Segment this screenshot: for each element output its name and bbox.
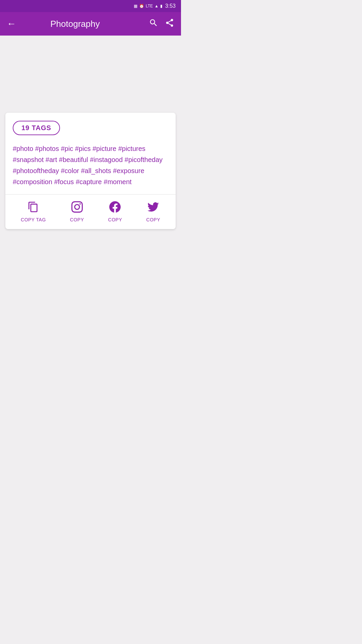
instagram-icon bbox=[71, 201, 83, 214]
page-title: Photography bbox=[7, 19, 143, 29]
app-bar: ← Photography bbox=[0, 12, 181, 36]
action-bar: COPY TAG COPY COPY bbox=[5, 195, 176, 229]
alarm-icon: ⏰ bbox=[139, 4, 144, 8]
twitter-icon bbox=[147, 201, 159, 214]
copy-instagram-label: COPY bbox=[70, 217, 84, 222]
copy-twitter-button[interactable]: COPY bbox=[146, 201, 160, 222]
status-time: 3:53 bbox=[165, 3, 176, 9]
main-content: 19 TAGS #photo #photos #pic #pics #pictu… bbox=[0, 109, 181, 239]
ad-space bbox=[0, 36, 181, 109]
signal-icon: ▲ bbox=[155, 4, 159, 8]
tags-count-badge: 19 TAGS bbox=[13, 121, 60, 135]
battery-icon: ▮ bbox=[160, 4, 163, 8]
facebook-icon bbox=[109, 201, 121, 214]
lte-icon: LTE bbox=[146, 4, 153, 8]
copy-facebook-button[interactable]: COPY bbox=[108, 201, 122, 222]
copy-instagram-button[interactable]: COPY bbox=[70, 201, 84, 222]
card-body: 19 TAGS #photo #photos #pic #pics #pictu… bbox=[5, 113, 176, 194]
vibrate-icon: ▦ bbox=[134, 4, 137, 8]
share-icon[interactable] bbox=[165, 18, 174, 30]
copy-tag-label: COPY TAG bbox=[21, 217, 46, 222]
search-icon[interactable] bbox=[149, 18, 158, 30]
hashtags-text: #photo #photos #pic #pics #picture #pict… bbox=[13, 143, 168, 187]
copy-tag-button[interactable]: COPY TAG bbox=[21, 201, 46, 222]
copy-icon bbox=[27, 201, 39, 214]
status-icons: ▦ ⏰ LTE ▲ ▮ bbox=[134, 4, 163, 8]
app-bar-actions bbox=[149, 18, 174, 30]
status-bar: ▦ ⏰ LTE ▲ ▮ 3:53 bbox=[0, 0, 181, 12]
copy-twitter-label: COPY bbox=[146, 217, 160, 222]
tags-card: 19 TAGS #photo #photos #pic #pics #pictu… bbox=[5, 113, 176, 229]
copy-facebook-label: COPY bbox=[108, 217, 122, 222]
